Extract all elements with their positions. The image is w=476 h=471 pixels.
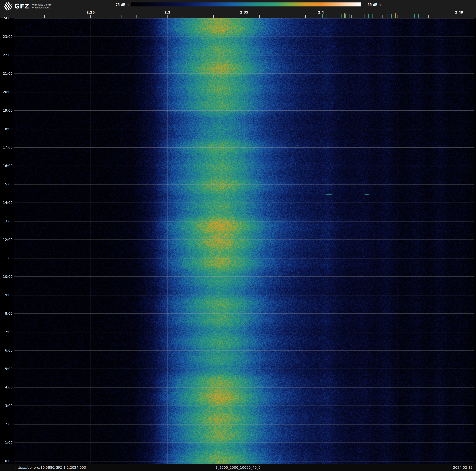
frequency-tick — [367, 15, 367, 18]
time-tick-label: 10:00 — [0, 275, 13, 279]
frequency-tick-label: 2.49 — [455, 10, 463, 14]
frequency-tick — [167, 15, 168, 18]
time-tick-label: 24:00 — [0, 16, 13, 20]
signal-marker-tick — [407, 14, 407, 18]
frequency-tick — [90, 15, 91, 18]
frequency-tick-label: 2.3 — [164, 10, 170, 14]
frequency-tick-label: 2.35 — [240, 10, 248, 14]
signal-marker-tick — [372, 14, 373, 18]
time-tick-label: 21:00 — [0, 72, 13, 76]
time-tick-label: 12:00 — [0, 238, 13, 242]
signal-marker-tick — [349, 14, 349, 18]
frequency-tick — [306, 15, 306, 18]
signal-marker-tick — [326, 14, 326, 18]
frequency-tick — [459, 15, 459, 18]
signal-marker-tick — [403, 14, 403, 18]
gfz-subtitle-line2: for Geosciences — [32, 6, 51, 9]
frequency-tick — [443, 15, 444, 18]
gfz-globe-icon — [4, 2, 12, 10]
time-tick-label: 2:00 — [0, 422, 13, 426]
frequency-tick — [398, 15, 398, 18]
signal-marker-tick — [439, 14, 439, 18]
colorbar-min-label: -75 dBm — [114, 3, 129, 7]
frequency-tick — [382, 15, 382, 18]
gfz-logo: GFZ Helmholtz Centre for Geosciences — [4, 2, 51, 10]
signal-marker-tick — [411, 14, 411, 18]
time-tick-label: 11:00 — [0, 256, 13, 260]
gfz-subtitle: Helmholtz Centre for Geosciences — [32, 3, 51, 9]
signal-marker-tick — [391, 14, 392, 18]
time-tick-label: 20:00 — [0, 90, 13, 94]
time-tick-label: 7:00 — [0, 330, 13, 334]
time-tick-label: 4:00 — [0, 385, 13, 389]
frequency-tick — [229, 15, 229, 18]
frequency-tick — [244, 15, 244, 18]
signal-marker-tick — [399, 14, 399, 18]
signal-marker-tick — [434, 14, 434, 18]
frequency-tick — [336, 15, 336, 18]
time-tick-label: 8:00 — [0, 312, 13, 316]
time-tick-label: 22:00 — [0, 53, 13, 57]
frequency-tick — [152, 15, 152, 18]
frequency-tick — [321, 15, 321, 18]
frequency-tick — [428, 15, 428, 18]
frequency-tick — [213, 15, 214, 18]
time-tick-label: 18:00 — [0, 127, 13, 131]
plot-title: 1_2200_2500_10000_40_0 — [0, 466, 476, 470]
signal-marker-tick — [426, 14, 426, 18]
spectrogram-page: GFZ Helmholtz Centre for Geosciences -75… — [0, 0, 476, 471]
signal-marker-tick — [344, 13, 345, 18]
frequency-tick — [106, 15, 106, 18]
signal-marker-tick — [361, 14, 361, 18]
time-tick-label: 19:00 — [0, 109, 13, 112]
signal-marker-tick — [414, 14, 415, 18]
signal-marker-tick — [353, 14, 353, 18]
frequency-tick — [75, 15, 75, 18]
signal-marker-tick — [380, 14, 380, 18]
signal-marker-tick — [418, 14, 419, 18]
signal-marker-tick — [334, 14, 334, 18]
time-tick-label: 17:00 — [0, 145, 13, 149]
frequency-tick-label: 2.25 — [86, 10, 95, 14]
gfz-subtitle-line1: Helmholtz Centre — [32, 3, 51, 6]
gfz-acronym: GFZ — [15, 3, 29, 10]
signal-marker-tick — [384, 14, 384, 18]
frequency-tick — [198, 15, 198, 18]
frequency-tick — [183, 15, 183, 18]
colorbar-max-label: -55 dBm — [366, 3, 381, 7]
time-tick-label: 5:00 — [0, 367, 13, 371]
signal-marker-tick — [430, 14, 430, 18]
signal-marker-tick — [457, 13, 457, 18]
frequency-tick — [29, 15, 29, 18]
frequency-tick — [259, 15, 260, 18]
signal-marker-tick — [341, 14, 342, 18]
footer-bar: https://doi.org/10.5880/GFZ.1.2.2024.003… — [0, 464, 476, 471]
signal-marker-tick — [368, 14, 369, 18]
signal-marker-tick — [446, 14, 446, 18]
signal-marker-tick — [338, 14, 338, 18]
frequency-tick — [136, 15, 137, 18]
date-label: 2024-02-13 — [453, 466, 473, 470]
frequency-tick — [44, 15, 45, 18]
frequency-tick — [352, 15, 352, 18]
time-tick-label: 23:00 — [0, 35, 13, 39]
spectrogram-canvas — [14, 18, 475, 464]
frequency-tick — [121, 15, 121, 18]
colorbar-gradient — [131, 2, 361, 6]
time-tick-label: 6:00 — [0, 348, 13, 352]
frequency-tick — [290, 15, 290, 18]
time-tick-label: 1:00 — [0, 441, 13, 445]
signal-marker-tick — [376, 14, 376, 18]
signal-marker-tick — [452, 14, 452, 18]
time-tick-label: 13:00 — [0, 219, 13, 223]
signal-marker-tick — [365, 14, 365, 18]
time-tick-label: 15:00 — [0, 182, 13, 186]
signal-marker-tick — [322, 14, 323, 18]
signal-marker-tick — [357, 14, 357, 18]
time-tick-label: 16:00 — [0, 164, 13, 168]
signal-marker-tick — [330, 14, 330, 18]
frequency-tick-label: 2.4 — [318, 10, 324, 14]
time-tick-label: 14:00 — [0, 201, 13, 205]
time-tick-label: 0:00 — [0, 459, 13, 463]
signal-marker-tick — [388, 14, 388, 18]
